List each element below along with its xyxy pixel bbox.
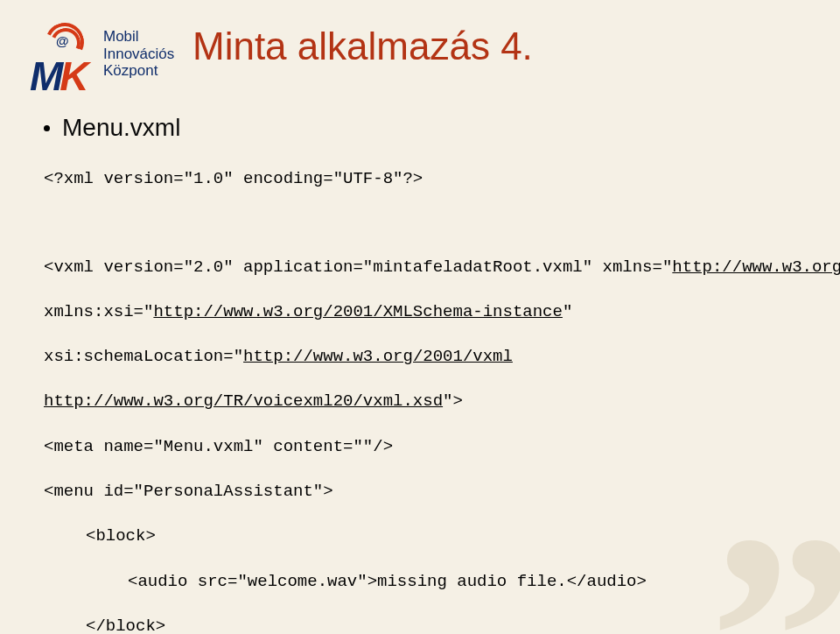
code-line: <meta name="Menu.vxml" content=""/> [44, 436, 796, 459]
code-block: <?xml version="1.0" encoding="UTF-8"?> <… [44, 145, 796, 634]
code-line: <audio src="welcome.wav">missing audio f… [44, 571, 796, 594]
code-line: http://www.w3.org/TR/voicexml20/vxml.xsd… [44, 391, 796, 413]
code-line: <vxml version="2.0" application="mintafe… [44, 257, 796, 279]
logo-m: M [30, 53, 60, 99]
code-line: <block> [44, 525, 796, 548]
logo-text-line1: Mobil [103, 28, 174, 46]
logo-k: K [60, 53, 85, 99]
code-line: <?xml version="1.0" encoding="UTF-8"?> [44, 168, 796, 191]
bullet-icon [44, 125, 50, 131]
logo: @ MK Mobil Innovációs Központ [30, 23, 174, 91]
content: Menu.vxml <?xml version="1.0" encoding="… [44, 114, 796, 634]
bullet-text: Menu.vxml [62, 114, 180, 142]
logo-text: Mobil Innovációs Központ [103, 28, 174, 80]
bullet-line: Menu.vxml [44, 114, 796, 142]
logo-text-line2: Innovációs [103, 46, 174, 63]
code-line: xsi:schemaLocation="http://www.w3.org/20… [44, 346, 796, 369]
code-line: xmlns:xsi="http://www.w3.org/2001/XMLSch… [44, 301, 796, 324]
page-title: Minta alkalmazás 4. [192, 25, 533, 68]
code-line: </block> [44, 616, 796, 634]
logo-at-icon: @ [56, 33, 69, 48]
code-line: <menu id="PersonalAssistant"> [44, 481, 796, 504]
logo-mk: MK [30, 60, 86, 93]
logo-text-line3: Központ [103, 62, 174, 80]
logo-mark: @ MK [30, 23, 98, 91]
